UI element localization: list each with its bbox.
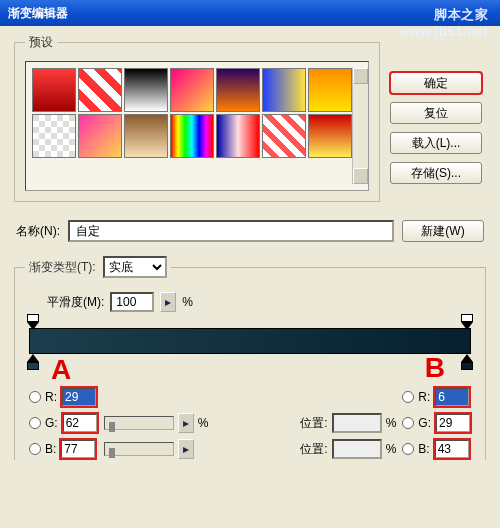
preset-swatch[interactable] [78,114,122,158]
left-rgb-group: R: G: B: [29,386,98,460]
save-label: 存储(S)... [411,165,461,182]
gradient-bar-area[interactable]: A B [29,328,471,354]
smooth-label: 平滑度(M): [47,294,104,311]
grad-type-select[interactable]: 实底 [103,256,167,278]
position-input2[interactable] [332,439,382,459]
new-button[interactable]: 新建(W) [402,220,484,242]
preset-swatch[interactable] [124,114,168,158]
name-input[interactable] [68,220,394,242]
pct-label3: % [386,416,397,430]
smooth-stepper-icon[interactable]: ▸ [160,292,176,312]
radio-g-left[interactable] [29,417,41,429]
presets-group: 预设 [14,34,380,202]
preset-swatch[interactable] [216,68,260,112]
right-r-input[interactable] [434,387,470,407]
scroll-down-icon[interactable] [353,168,368,184]
ok-button[interactable]: 确定 [390,72,482,94]
grad-type-label: 渐变类型(T): [29,260,96,274]
preset-swatch[interactable] [308,114,352,158]
slider-arrow-icon[interactable]: ▸ [178,413,194,433]
title-bar: 渐变编辑器 脚本之家 www.jb51.net [0,0,500,26]
slider-arrow-icon[interactable]: ▸ [178,439,194,459]
position-input[interactable] [332,413,382,433]
preset-swatch[interactable] [170,68,214,112]
opacity-stop-left[interactable] [27,314,39,328]
right-rgb-group: R: G: B: [402,386,471,460]
scroll-up-icon[interactable] [353,68,368,84]
right-b-input[interactable] [434,439,470,459]
left-g-input[interactable] [62,413,98,433]
right-g-input[interactable] [435,413,471,433]
preset-swatch[interactable] [216,114,260,158]
g-label: G: [45,416,58,430]
save-button[interactable]: 存储(S)... [390,162,482,184]
color-stop-right[interactable] [461,354,473,368]
left-b-input[interactable] [60,439,96,459]
g-label-r: G: [418,416,431,430]
pct-label: % [182,295,193,309]
load-label: 载入(L)... [412,135,461,152]
load-button[interactable]: 载入(L)... [390,132,482,154]
annotation-a: A [51,354,71,386]
name-label: 名称(N): [16,223,60,240]
window-title: 渐变编辑器 [8,5,68,22]
r-label-r: R: [418,390,430,404]
preset-swatch[interactable] [262,68,306,112]
smooth-input[interactable] [110,292,154,312]
preset-swatch[interactable] [170,114,214,158]
gradient-settings-group: 渐变类型(T): 实底 平滑度(M): ▸ % A B R: [14,256,486,460]
pct-label2: % [198,416,209,430]
preset-swatch[interactable] [78,68,122,112]
opacity-slider[interactable] [104,416,174,430]
radio-b-right[interactable] [402,443,414,455]
gradient-bar[interactable] [29,328,471,354]
preset-box[interactable] [25,61,369,191]
radio-g-right[interactable] [402,417,414,429]
new-label: 新建(W) [421,223,464,240]
opacity-stop-right[interactable] [461,314,473,328]
preset-swatch[interactable] [262,114,306,158]
preset-swatch[interactable] [124,68,168,112]
b-label: B: [45,442,56,456]
position-label: 位置: [300,415,327,432]
r-label: R: [45,390,57,404]
color-stop-left[interactable] [27,354,39,368]
left-r-input[interactable] [61,387,97,407]
radio-r-right[interactable] [402,391,414,403]
radio-r-left[interactable] [29,391,41,403]
presets-scrollbar[interactable] [352,68,368,184]
preset-swatch[interactable] [32,68,76,112]
color-slider[interactable] [104,442,174,456]
middle-controls: ▸ % 位置: % ▸ 位置: % [104,386,397,460]
reset-button[interactable]: 复位 [390,102,482,124]
annotation-b: B [425,352,445,384]
position-label2: 位置: [300,441,327,458]
gradient-type-legend: 渐变类型(T): 实底 [25,256,171,278]
b-label-r: B: [418,442,429,456]
radio-b-left[interactable] [29,443,41,455]
presets-legend: 预设 [25,34,57,51]
preset-swatch[interactable] [308,68,352,112]
reset-label: 复位 [424,105,448,122]
ok-label: 确定 [424,75,448,92]
preset-swatch[interactable] [32,114,76,158]
pct-label4: % [386,442,397,456]
